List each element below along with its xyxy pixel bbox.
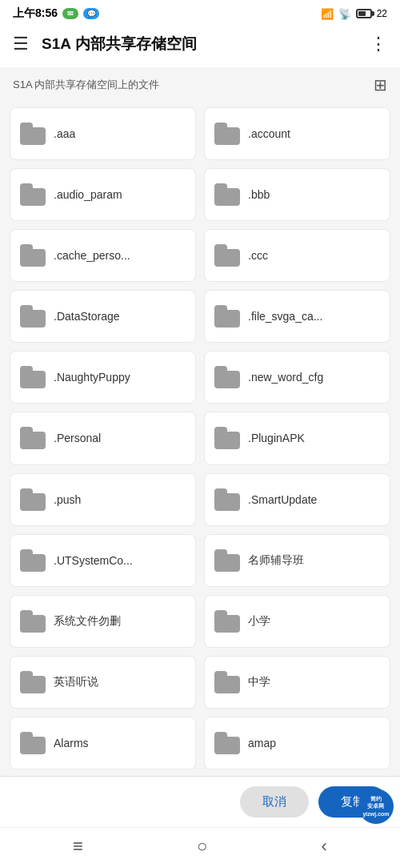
file-grid: .aaa.account.audio_param.bbb.cache_perso… [0,101,400,776]
folder-icon [20,671,46,693]
file-name: .ccc [248,249,380,262]
file-name: .Personal [54,432,186,444]
file-name: .account [248,127,380,140]
file-name: 系统文件勿删 [54,614,186,629]
file-item[interactable]: .NaughtyPuppy [10,351,196,404]
file-name: .SmartUpdate [248,493,380,506]
folder-icon [20,488,46,511]
folder-icon [214,244,240,267]
signal-icon: 📶 [321,8,334,20]
file-item[interactable]: .aaa [10,107,196,160]
file-item[interactable]: .ccc [204,229,390,282]
status-right: 📶 📡 22 [321,8,387,20]
file-name: .aaa [54,127,186,140]
file-item[interactable]: 小学 [204,595,390,648]
file-item[interactable]: .DataStorage [10,290,196,343]
file-name: amap [248,737,380,749]
folder-icon [214,366,240,388]
folder-icon [20,305,46,328]
home-nav-icon[interactable]: ○ [197,836,207,857]
folder-icon [214,732,240,754]
app-title: S1A 内部共享存储空间 [42,34,357,54]
cancel-button[interactable]: 取消 [240,786,309,818]
hamburger-icon[interactable]: ☰ [10,30,32,58]
file-name: .UTSystemCo... [54,554,186,567]
file-name: .new_word_cfg [248,371,380,384]
bottom-action-bar: 取消 复制 [0,776,400,827]
file-name: 中学 [248,675,380,689]
folder-icon [20,183,46,206]
status-time: 上午8:56 [13,6,58,21]
file-name: .NaughtyPuppy [54,371,186,384]
file-name: .push [54,493,186,506]
file-name: .PluginAPK [248,432,380,444]
back-nav-icon[interactable]: ‹ [322,836,327,857]
file-item[interactable]: Alarms [10,717,196,770]
folder-icon [20,427,46,449]
file-item[interactable]: .push [10,473,196,526]
file-item[interactable]: .new_word_cfg [204,351,390,404]
folder-icon [20,244,46,267]
folder-icon [20,366,46,388]
folder-icon [20,610,46,633]
file-item[interactable]: .PluginAPK [204,412,390,464]
folder-icon [214,305,240,328]
file-name: .bbb [248,188,380,201]
file-name: .DataStorage [54,310,186,323]
msg-icon: 💬 [83,8,99,19]
app-bar: ☰ S1A 内部共享存储空间 ⋮ [0,24,400,67]
file-name: .file_svga_ca... [248,310,380,323]
folder-icon [214,488,240,511]
file-item[interactable]: .account [204,107,390,160]
file-item[interactable]: .bbb [204,168,390,221]
file-item[interactable]: 中学 [204,656,390,709]
folder-icon [214,671,240,693]
folder-icon [214,610,240,633]
nav-bar: ≡ ○ ‹ [0,827,400,868]
file-item[interactable]: amap [204,717,390,770]
file-item[interactable]: 系统文件勿删 [10,595,196,648]
watermark-text: 简约安卓网yizwj.com [362,795,389,817]
file-name: 小学 [248,614,380,629]
watermark: 简约安卓网yizwj.com [358,789,394,824]
folder-icon [20,732,46,754]
battery-level: 22 [377,8,387,19]
folder-icon [20,549,46,572]
file-item[interactable]: .Personal [10,412,196,464]
file-name: Alarms [54,737,186,749]
file-item[interactable]: 名师辅导班 [204,534,390,587]
status-left: 上午8:56 ✉ 💬 [13,6,99,21]
toolbar: S1A 内部共享存储空间上的文件 ⊞ [0,67,400,101]
folder-icon [214,123,240,145]
file-item[interactable]: .file_svga_ca... [204,290,390,343]
file-item[interactable]: .UTSystemCo... [10,534,196,587]
menu-nav-icon[interactable]: ≡ [73,836,83,857]
file-item[interactable]: 英语听说 [10,656,196,709]
list-view-icon[interactable]: ⊞ [374,75,387,94]
file-name: .cache_perso... [54,249,186,262]
file-item[interactable]: .cache_perso... [10,229,196,282]
file-name: .audio_param [54,188,186,201]
status-bar: 上午8:56 ✉ 💬 📶 📡 22 [0,0,400,24]
folder-icon [214,427,240,449]
chat-icon: ✉ [62,8,78,19]
more-icon[interactable]: ⋮ [366,30,390,58]
wifi-icon: 📡 [338,8,351,20]
folder-icon [214,183,240,206]
file-name: 名师辅导班 [248,553,380,568]
file-name: 英语听说 [54,675,186,689]
file-item[interactable]: .SmartUpdate [204,473,390,526]
battery-icon [356,9,372,18]
folder-icon [214,549,240,572]
file-item[interactable]: .audio_param [10,168,196,221]
folder-icon [20,123,46,145]
toolbar-subtitle: S1A 内部共享存储空间上的文件 [13,78,159,92]
